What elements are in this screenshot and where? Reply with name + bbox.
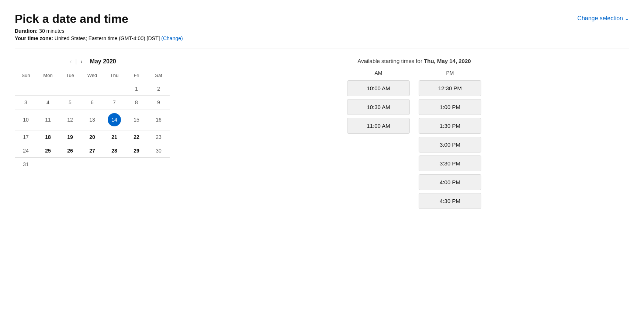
calendar-day-cell: 31 [15, 158, 37, 171]
time-slot-button[interactable]: 3:30 PM [419, 155, 481, 171]
day-header-fri: Fri [125, 71, 148, 82]
calendar-day-cell: 24 [15, 144, 37, 158]
calendar-day-cell: 3 [15, 96, 37, 109]
am-header: AM [347, 70, 410, 76]
calendar-day-cell: 17 [15, 130, 37, 144]
pm-slots-container: 12:30 PM1:00 PM1:30 PM3:00 PM3:30 PM4:00… [419, 80, 481, 212]
day-header-mon: Mon [37, 71, 59, 82]
timezone-label: Your time zone: [15, 35, 53, 41]
calendar-day-cell [103, 158, 125, 171]
change-selection-label: Change selection [577, 15, 623, 22]
calendar-day-cell[interactable]: 18 [37, 130, 59, 144]
time-section: Available starting times for Thu, May 14… [199, 58, 629, 212]
calendar-section: ‹ | › May 2020 Sun Mon Tue Wed Thu Fri S… [15, 58, 170, 171]
calendar-day-cell [148, 158, 170, 171]
calendar-week-row: 3456789 [15, 96, 170, 109]
time-slot-button[interactable]: 11:00 AM [347, 118, 410, 134]
time-slot-button[interactable]: 3:00 PM [419, 137, 481, 153]
duration-line: Duration: 30 minutes [15, 28, 183, 34]
calendar-nav: ‹ | › May 2020 [15, 58, 170, 65]
time-columns: AM 10:00 AM10:30 AM11:00 AM PM 12:30 PM1… [199, 70, 629, 212]
calendar-day-cell: 1 [125, 82, 148, 96]
calendar-day-cell: 10 [15, 109, 37, 130]
time-slot-button[interactable]: 4:30 PM [419, 193, 481, 209]
calendar-day-cell[interactable]: 20 [81, 130, 103, 144]
calendar-day-cell[interactable]: 14 [103, 109, 125, 130]
calendar-day-cell: 23 [148, 130, 170, 144]
calendar-day-cell: 16 [148, 109, 170, 130]
am-slots-container: 10:00 AM10:30 AM11:00 AM [347, 80, 410, 137]
page-wrapper: Pick a date and time Duration: 30 minute… [0, 0, 644, 227]
day-header-tue: Tue [59, 71, 81, 82]
calendar-week-row: 24252627282930 [15, 144, 170, 158]
time-slot-button[interactable]: 10:00 AM [347, 80, 410, 96]
calendar-week-row: 10111213141516 [15, 109, 170, 130]
calendar-day-cell: 15 [125, 109, 148, 130]
main-content: ‹ | › May 2020 Sun Mon Tue Wed Thu Fri S… [15, 58, 629, 212]
prev-month-button[interactable]: ‹ [68, 58, 73, 65]
nav-divider: | [76, 59, 77, 64]
calendar-day-cell[interactable]: 27 [81, 144, 103, 158]
calendar-day-cell: 2 [148, 82, 170, 96]
calendar-week-row: 31 [15, 158, 170, 171]
calendar-day-cell: 4 [37, 96, 59, 109]
page-header: Pick a date and time Duration: 30 minute… [15, 12, 629, 41]
time-slot-button[interactable]: 12:30 PM [419, 80, 481, 96]
calendar-week-row: 12 [15, 82, 170, 96]
time-section-title: Available starting times for Thu, May 14… [199, 58, 629, 64]
calendar-week-row: 17181920212223 [15, 130, 170, 144]
calendar-day-cell [125, 158, 148, 171]
calendar-day-cell[interactable]: 28 [103, 144, 125, 158]
pm-header: PM [419, 70, 481, 76]
time-title-prefix: Available starting times for [357, 58, 424, 64]
duration-value: 30 minutes [39, 28, 64, 34]
calendar-day-cell [15, 82, 37, 96]
timezone-change-link[interactable]: (Change) [161, 35, 183, 41]
day-header-thu: Thu [103, 71, 125, 82]
day-header-sun: Sun [15, 71, 37, 82]
calendar-day-cell [37, 158, 59, 171]
duration-label: Duration: [15, 28, 38, 34]
time-slot-button[interactable]: 1:30 PM [419, 118, 481, 134]
calendar-day-cell [37, 82, 59, 96]
calendar-day-cell: 8 [125, 96, 148, 109]
page-title: Pick a date and time [15, 12, 183, 26]
time-slot-button[interactable]: 1:00 PM [419, 99, 481, 115]
time-slot-button[interactable]: 4:00 PM [419, 174, 481, 190]
timezone-line: Your time zone: United States; Eastern t… [15, 35, 183, 41]
selected-day-indicator[interactable]: 14 [108, 113, 121, 126]
calendar-day-cell: 11 [37, 109, 59, 130]
calendar-day-cell[interactable]: 25 [37, 144, 59, 158]
header-left: Pick a date and time Duration: 30 minute… [15, 12, 183, 41]
calendar-day-cell [59, 82, 81, 96]
calendar-day-cell: 7 [103, 96, 125, 109]
calendar-day-cell [81, 158, 103, 171]
next-month-button[interactable]: › [79, 58, 84, 65]
month-year-label: May 2020 [90, 58, 116, 65]
calendar-day-cell: 9 [148, 96, 170, 109]
calendar-day-cell[interactable]: 29 [125, 144, 148, 158]
calendar-table: Sun Mon Tue Wed Thu Fri Sat 123456789101… [15, 71, 170, 171]
am-column: AM 10:00 AM10:30 AM11:00 AM [347, 70, 410, 212]
calendar-day-cell: 6 [81, 96, 103, 109]
calendar-day-cell[interactable]: 22 [125, 130, 148, 144]
day-header-sat: Sat [148, 71, 170, 82]
calendar-day-cell[interactable]: 21 [103, 130, 125, 144]
calendar-day-cell[interactable]: 19 [59, 130, 81, 144]
time-slot-button[interactable]: 10:30 AM [347, 99, 410, 115]
header-divider [15, 49, 629, 49]
calendar-day-cell [59, 158, 81, 171]
pm-column: PM 12:30 PM1:00 PM1:30 PM3:00 PM3:30 PM4… [419, 70, 481, 212]
calendar-day-cell: 13 [81, 109, 103, 130]
chevron-down-icon: ⌄ [624, 15, 629, 22]
change-selection-button[interactable]: Change selection ⌄ [577, 15, 629, 22]
time-title-date: Thu, May 14, 2020 [424, 58, 471, 64]
calendar-nav-buttons: ‹ | › [68, 58, 84, 65]
timezone-value: United States; Eastern time (GMT-4:00) [… [55, 35, 160, 41]
calendar-day-cell[interactable]: 26 [59, 144, 81, 158]
calendar-day-cell [103, 82, 125, 96]
calendar-header-row: Sun Mon Tue Wed Thu Fri Sat [15, 71, 170, 82]
calendar-day-cell: 30 [148, 144, 170, 158]
calendar-day-cell [81, 82, 103, 96]
calendar-day-cell: 12 [59, 109, 81, 130]
